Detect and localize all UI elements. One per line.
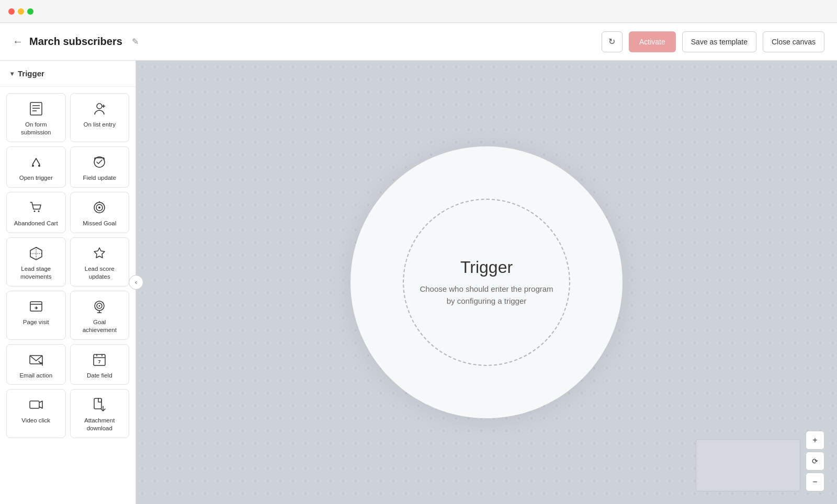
zoom-out-button[interactable]: − bbox=[806, 473, 824, 491]
sidebar-header: ▾ Trigger bbox=[0, 61, 135, 87]
dot-maximize bbox=[27, 8, 33, 15]
back-icon: ← bbox=[13, 36, 23, 48]
zoom-reset-icon: ⟳ bbox=[812, 457, 818, 465]
trigger-label-on-list-entry: On list entry bbox=[84, 121, 116, 129]
cart-icon bbox=[28, 200, 44, 215]
trigger-item-abandoned-cart[interactable]: Abandoned Cart bbox=[6, 192, 66, 233]
trigger-label-lead-score-updates: Lead score updates bbox=[76, 265, 124, 281]
trigger-label-email-action: Email action bbox=[19, 372, 52, 380]
close-canvas-button[interactable]: Close canvas bbox=[763, 31, 824, 52]
svg-point-7 bbox=[32, 165, 34, 167]
topbar-left: ← March subscribers ✎ bbox=[13, 36, 139, 48]
missed-goal-icon bbox=[92, 200, 107, 215]
trigger-label-page-visit: Page visit bbox=[23, 318, 49, 326]
trigger-item-lead-score-updates[interactable]: Lead score updates bbox=[70, 237, 130, 287]
trigger-circle-inner: Trigger Choose who should enter the prog… bbox=[403, 199, 570, 366]
zoom-reset-button[interactable]: ⟳ bbox=[806, 452, 824, 471]
page-title: March subscribers bbox=[29, 36, 122, 48]
page-visit-icon bbox=[28, 299, 44, 314]
svg-point-14 bbox=[38, 210, 39, 212]
trigger-item-date-field[interactable]: 7 Date field bbox=[70, 344, 130, 385]
topbar: ← March subscribers ✎ ↻ Activate Save as… bbox=[0, 23, 837, 61]
trigger-item-page-visit[interactable]: Page visit bbox=[6, 291, 66, 340]
dot-minimize bbox=[18, 8, 24, 15]
trigger-item-open-trigger[interactable]: Open trigger bbox=[6, 146, 66, 188]
date-field-icon: 7 bbox=[92, 352, 107, 368]
titlebar bbox=[0, 0, 837, 23]
list-entry-icon bbox=[92, 101, 107, 117]
zoom-controls: + ⟳ − bbox=[806, 431, 824, 491]
svg-rect-22 bbox=[30, 302, 42, 311]
svg-rect-36 bbox=[30, 401, 39, 408]
dot-close bbox=[8, 8, 15, 15]
trigger-label-abandoned-cart: Abandoned Cart bbox=[14, 220, 58, 227]
edit-icon[interactable]: ✎ bbox=[132, 37, 139, 47]
email-action-icon bbox=[28, 352, 44, 368]
back-button[interactable]: ← bbox=[13, 36, 23, 48]
svg-rect-0 bbox=[30, 102, 42, 115]
main-layout: ▾ Trigger On form submission bbox=[0, 61, 837, 504]
trigger-item-on-list-entry[interactable]: On list entry bbox=[70, 93, 130, 142]
trigger-item-on-form-submission[interactable]: On form submission bbox=[6, 93, 66, 142]
open-trigger-icon bbox=[28, 154, 44, 170]
chevron-down-icon: ▾ bbox=[10, 70, 14, 77]
sidebar: ▾ Trigger On form submission bbox=[0, 61, 136, 504]
trigger-item-missed-goal[interactable]: Missed Goal bbox=[70, 192, 130, 233]
trigger-label-missed-goal: Missed Goal bbox=[83, 220, 116, 227]
lead-stage-icon bbox=[28, 245, 44, 261]
trigger-label-attachment-download: Attachment download bbox=[76, 417, 124, 432]
form-icon bbox=[28, 101, 44, 117]
trigger-grid: On form submission On list entry bbox=[0, 87, 135, 444]
trigger-item-video-click[interactable]: Video click bbox=[6, 389, 66, 438]
trigger-item-goal-achievement[interactable]: Goal achievement bbox=[70, 291, 130, 340]
trigger-label-lead-stage-movements: Lead stage movements bbox=[12, 265, 60, 281]
video-click-icon bbox=[28, 397, 44, 413]
lead-score-icon bbox=[92, 245, 107, 261]
trigger-item-field-update[interactable]: Field update bbox=[70, 146, 130, 188]
refresh-icon: ↻ bbox=[608, 37, 615, 47]
sidebar-title: Trigger bbox=[18, 69, 44, 78]
refresh-button[interactable]: ↻ bbox=[602, 31, 623, 52]
minimap bbox=[696, 439, 800, 491]
canvas: ‹ Trigger Choose who should enter the pr… bbox=[136, 61, 837, 504]
trigger-label-goal-achievement: Goal achievement bbox=[76, 318, 124, 334]
trigger-item-lead-stage-movements[interactable]: Lead stage movements bbox=[6, 237, 66, 287]
svg-point-4 bbox=[97, 104, 102, 109]
trigger-label-date-field: Date field bbox=[87, 372, 112, 380]
trigger-circle-description: Choose who should enter the program by c… bbox=[420, 283, 553, 307]
trigger-label-on-form-submission: On form submission bbox=[12, 121, 60, 136]
topbar-right: ↻ Activate Save as template Close canvas bbox=[602, 31, 824, 52]
svg-point-13 bbox=[33, 210, 35, 212]
svg-point-26 bbox=[99, 305, 100, 306]
field-update-icon bbox=[92, 154, 107, 170]
trigger-circle-outer[interactable]: Trigger Choose who should enter the prog… bbox=[350, 146, 623, 418]
svg-text:7: 7 bbox=[98, 359, 101, 364]
attachment-download-icon bbox=[92, 397, 107, 413]
window-controls bbox=[8, 8, 33, 15]
chevron-left-icon: ‹ bbox=[135, 279, 137, 286]
trigger-circle-title: Trigger bbox=[460, 258, 513, 277]
activate-button[interactable]: Activate bbox=[629, 31, 676, 52]
trigger-label-field-update: Field update bbox=[83, 174, 116, 182]
trigger-label-video-click: Video click bbox=[21, 417, 50, 425]
trigger-item-attachment-download[interactable]: Attachment download bbox=[70, 389, 130, 438]
goal-achievement-icon bbox=[92, 299, 107, 314]
trigger-item-email-action[interactable]: Email action bbox=[6, 344, 66, 385]
save-template-button[interactable]: Save as template bbox=[682, 31, 756, 52]
collapse-sidebar-button[interactable]: ‹ bbox=[129, 275, 143, 290]
svg-point-8 bbox=[38, 165, 40, 167]
svg-rect-37 bbox=[94, 398, 101, 409]
zoom-in-button[interactable]: + bbox=[806, 431, 824, 450]
svg-point-17 bbox=[98, 207, 100, 209]
trigger-label-open-trigger: Open trigger bbox=[19, 174, 53, 182]
